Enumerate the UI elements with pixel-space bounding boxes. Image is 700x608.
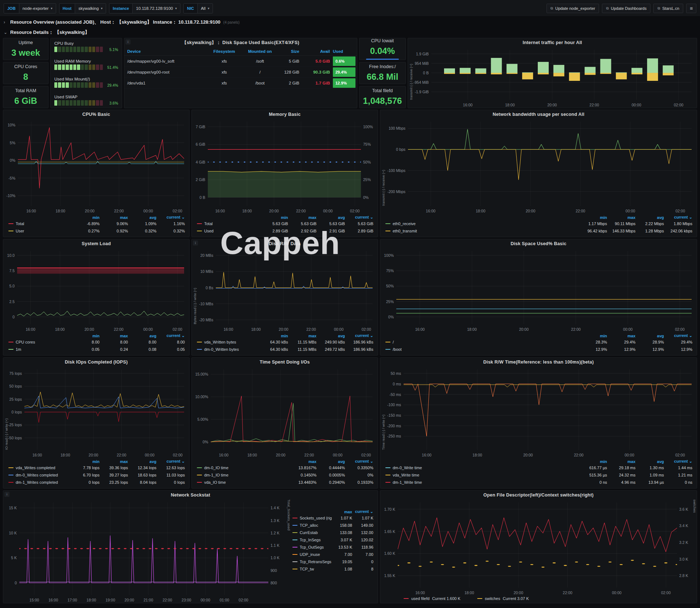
legend-series-UDP-inuse[interactable]: UDP_inuse	[292, 551, 332, 558]
legend-col-max[interactable]: max	[608, 459, 636, 464]
legend-col-min[interactable]: min	[260, 333, 289, 338]
panel-title-memory[interactable]: Memory Basic	[192, 110, 378, 119]
legend-col-current[interactable]: current ⌄	[157, 333, 186, 338]
variable-value-dropdown[interactable]: All▾	[198, 4, 213, 13]
panel-title-disk_space[interactable]: Disk Space Used% Basic	[380, 239, 697, 248]
variable-job[interactable]: JOBnode-exporter▾	[4, 3, 56, 13]
legend-series-User[interactable]: User	[8, 227, 72, 235]
legend-series--boot[interactable]: /boot	[385, 346, 579, 353]
legend-col-min[interactable]: min	[72, 333, 100, 338]
legend-series-CPU-cores[interactable]: CPU cores	[8, 338, 72, 346]
variable-value-dropdown[interactable]: 10.118.72.128:9100▾	[133, 4, 180, 13]
legend-series-vda-Written-bytes[interactable]: vda_Written bytes	[197, 338, 260, 346]
legend-series-Used[interactable]: Used	[197, 227, 260, 235]
legend-series-1m[interactable]: 1m	[8, 346, 72, 353]
legend-col-current[interactable]: current ⌄	[157, 459, 186, 464]
legend-col-max[interactable]: max	[100, 333, 129, 338]
legend-col-avg[interactable]: avg	[636, 215, 665, 220]
legend-col-avg[interactable]: avg	[317, 333, 346, 338]
panel-title-disk_iops[interactable]: Disk IOps Completed (IOPS)	[3, 358, 189, 366]
legend-series-dm-1-Writes-completed[interactable]: dm-1_Writes completed	[8, 479, 72, 486]
panel-title-time_spent[interactable]: Time Spent Doing I/Os	[192, 358, 378, 366]
legend-col-current[interactable]: current ⌄	[665, 333, 693, 338]
legend-col-max[interactable]: max	[289, 333, 317, 338]
legend-col-avg[interactable]: avg	[317, 459, 346, 464]
legend-col-current[interactable]: current ⌄	[346, 459, 374, 464]
panel-title-disk-table[interactable]: 【skywalking】： Disk Space Used Basic(EXT4…	[124, 38, 357, 47]
panel-title-disk_rw[interactable]: Disk R/W Data	[192, 239, 378, 248]
legend-col-max[interactable]: max	[289, 459, 317, 464]
variable-nic[interactable]: NICAll▾	[183, 3, 213, 13]
menu-button[interactable]: ≡	[686, 4, 696, 13]
legend-col-min[interactable]: min	[579, 333, 608, 338]
legend-col-current[interactable]: current ⌄	[665, 215, 693, 220]
panel-title-cpu_basic[interactable]: CPU% Basic	[3, 110, 189, 119]
nav-button-starsl-cn[interactable]: ⧉StarsL.cn	[653, 4, 683, 13]
legend-series-eth0-receive[interactable]: eth0_receive	[385, 220, 579, 227]
legend-series-eth0-transmit[interactable]: eth0_transmit	[385, 227, 579, 235]
legend-series-Tcp-RetransSegs[interactable]: Tcp_RetransSegs	[292, 558, 332, 565]
legend-series-vda-Writes-completed[interactable]: vda_Writes completed	[8, 464, 72, 471]
legend-series-Tcp-OutSegs[interactable]: Tcp_OutSegs	[292, 544, 332, 551]
legend-col-min[interactable]: min	[72, 459, 100, 464]
legend-col-current[interactable]: current ⌄	[353, 509, 374, 514]
panel-title-system_load[interactable]: System Load	[3, 239, 189, 248]
legend-series--[interactable]: /	[385, 338, 579, 346]
legend-series-Tcp-InSegs[interactable]: Tcp_InSegs	[292, 536, 332, 544]
legend-col-max[interactable]: max	[608, 215, 636, 220]
legend-series-CurrEstab[interactable]: CurrEstab	[292, 529, 332, 536]
legend-series-dm-0-IO-time[interactable]: dm-0_IO time	[197, 464, 289, 471]
legend-series-dm-1-IO-time[interactable]: dm-1_IO time	[197, 471, 289, 479]
table-column-filesystem[interactable]: Filesystem	[207, 49, 242, 54]
legend-col-avg[interactable]: avg	[129, 333, 157, 338]
legend-col-current[interactable]: current ⌄	[346, 333, 374, 338]
legend-series-dm-0-Written-bytes[interactable]: dm-0_Written bytes	[197, 346, 260, 353]
variable-value-dropdown[interactable]: skywalking▾	[75, 4, 106, 13]
legend-item-used-filefd[interactable]: used filefdCurrent 1.600 K	[404, 596, 460, 601]
legend-series-vda-IO-time[interactable]: vda_IO time	[197, 479, 289, 486]
legend-series-dm-0-Write-time[interactable]: dm-0_Write time	[385, 464, 579, 471]
legend-col-min[interactable]: min	[579, 459, 608, 464]
variable-host[interactable]: Hostskywalking▾	[59, 3, 106, 13]
legend-col-max[interactable]: max	[100, 459, 129, 464]
table-column-used[interactable]: Used	[333, 49, 355, 54]
legend-col-max[interactable]: max	[332, 509, 353, 514]
legend-col-avg[interactable]: avg	[636, 459, 665, 464]
nav-button-update-node-exporter[interactable]: ⧉Update node_exporter	[547, 4, 599, 13]
legend-series-Total[interactable]: Total	[197, 220, 260, 227]
legend-series-vda-Write-time[interactable]: vda_Write time	[385, 471, 579, 479]
legend-col-min[interactable]: min	[72, 215, 100, 220]
legend-col-max[interactable]: max	[608, 333, 636, 338]
legend-item-switches[interactable]: switchesCurrent 3.07 K	[477, 596, 529, 601]
panel-title-sockstat[interactable]: Network Sockstat	[3, 491, 378, 499]
legend-col-max[interactable]: max	[289, 215, 317, 220]
legend-col-current[interactable]: current ⌄	[157, 215, 186, 220]
row-resource-details[interactable]: ⌄ Resource Details： 【skywalking】	[0, 28, 700, 37]
legend-col-avg[interactable]: avg	[636, 333, 665, 338]
legend-col-min[interactable]: min	[260, 215, 289, 220]
legend-col-min[interactable]: min	[579, 215, 608, 220]
legend-series-TCP-alloc[interactable]: TCP_alloc	[292, 522, 332, 529]
legend-col-avg[interactable]: avg	[129, 459, 157, 464]
legend-series-dm-1-Write-time[interactable]: dm-1_Write time	[385, 479, 579, 486]
table-column-avail[interactable]: Avail	[302, 49, 333, 54]
table-column-mounted-on[interactable]: Mounted on	[242, 49, 278, 54]
legend-col-current[interactable]: current ⌄	[346, 215, 374, 220]
panel-title-rw_time[interactable]: Disk R/W Time(Reference: less than 100ms…	[380, 358, 697, 366]
variable-instance[interactable]: Instance10.118.72.128:9100▾	[109, 3, 180, 13]
table-column-size[interactable]: Size	[278, 49, 302, 54]
panel-title-open_fd[interactable]: Open File Descriptor(left)/Context switc…	[380, 491, 697, 499]
legend-col-avg[interactable]: avg	[129, 215, 157, 220]
legend-series-Total[interactable]: Total	[8, 220, 72, 227]
panel-title-network[interactable]: Network bandwidth usage per second All	[380, 110, 697, 119]
legend-series-Sockets-used-right-y-[interactable]: Sockets_used (right-y)	[292, 514, 332, 522]
legend-col-avg[interactable]: avg	[317, 215, 346, 220]
legend-col-current[interactable]: current ⌄	[665, 459, 693, 464]
legend-series-TCP-tw[interactable]: TCP_tw	[292, 565, 332, 573]
variable-value-dropdown[interactable]: node-exporter▾	[19, 4, 56, 13]
panel-title-traffic[interactable]: Internet traffic per hour All	[408, 38, 697, 47]
legend-series-dm-0-Writes-completed[interactable]: dm-0_Writes completed	[8, 471, 72, 479]
row-resource-overview[interactable]: › Resource Overview (associated JOB)、 Ho…	[0, 17, 700, 28]
table-column-device[interactable]: Device	[127, 49, 207, 54]
legend-col-max[interactable]: max	[100, 215, 129, 220]
